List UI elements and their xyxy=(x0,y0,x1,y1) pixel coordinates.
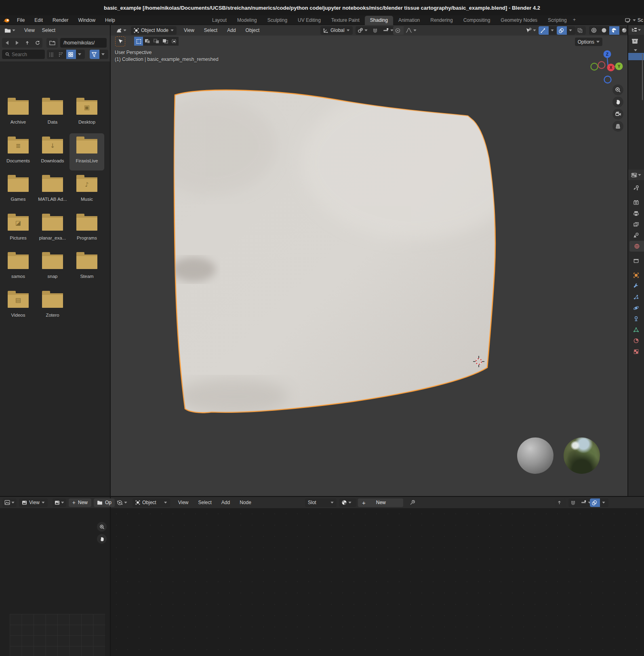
horizontal-list-button[interactable] xyxy=(57,50,66,59)
editor-type-button[interactable] xyxy=(2,498,17,507)
properties-tab-particles[interactable] xyxy=(628,292,644,303)
pan-view-button[interactable] xyxy=(612,97,623,107)
shader-menu[interactable]: Add xyxy=(217,498,235,507)
editor-type-button[interactable] xyxy=(2,26,17,35)
folder-programs[interactable]: Programs xyxy=(69,210,104,248)
overlays-dropdown[interactable] xyxy=(567,26,575,35)
new-material-button[interactable]: + New xyxy=(358,498,403,507)
image-browse-dropdown[interactable] xyxy=(53,498,66,507)
zoom-view-button[interactable] xyxy=(612,84,623,95)
material-preview-shading-button[interactable] xyxy=(609,26,619,35)
file-browser-menu[interactable]: View xyxy=(21,25,38,35)
options-dropdown[interactable]: Options xyxy=(575,38,602,46)
folder-planar-exa[interactable]: planar_exa... xyxy=(35,210,70,248)
toggle-perspective-button[interactable] xyxy=(612,121,623,132)
mode-dropdown[interactable]: Object Mode xyxy=(131,26,177,35)
tab-compositing[interactable]: Compositing xyxy=(458,16,496,25)
outliner-header[interactable] xyxy=(628,25,644,35)
collection-expand-chevron[interactable] xyxy=(634,47,637,53)
folder-firaxislive[interactable]: FiraxisLive xyxy=(69,133,104,170)
folder-snap[interactable]: snap xyxy=(35,249,70,286)
camera-view-button[interactable] xyxy=(612,109,623,120)
properties-tab-material[interactable] xyxy=(628,335,644,346)
create-directory-button[interactable] xyxy=(46,38,58,48)
navigation-gizmo[interactable]: Z X Y xyxy=(575,49,624,86)
folder-steam[interactable]: Steam xyxy=(69,249,104,286)
editor-type-button[interactable] xyxy=(115,498,129,507)
select-invert-button[interactable] xyxy=(161,37,170,46)
properties-tab-render[interactable] xyxy=(628,197,644,208)
tab-geometry-nodes[interactable]: Geometry Nodes xyxy=(495,16,543,25)
tab-rendering[interactable]: Rendering xyxy=(425,16,458,25)
properties-tab-object[interactable] xyxy=(628,270,644,281)
scene-selector[interactable]: Sc xyxy=(625,15,644,25)
thumbnail-view-button[interactable] xyxy=(66,50,76,59)
topbar-menu[interactable]: File xyxy=(12,15,29,25)
shader-node-canvas[interactable] xyxy=(111,508,644,656)
folder-music[interactable]: ♪ Music xyxy=(69,172,104,209)
search-field[interactable] xyxy=(2,50,45,59)
properties-tab-collection[interactable] xyxy=(628,255,644,266)
gizmo-axis-y-neg[interactable] xyxy=(591,63,598,70)
tab-texture-paint[interactable]: Texture Paint xyxy=(326,16,365,25)
properties-tab-output[interactable] xyxy=(628,208,644,219)
zoom-view-button[interactable] xyxy=(97,522,107,532)
properties-header[interactable] xyxy=(628,170,644,180)
add-workspace-button[interactable]: + xyxy=(568,15,581,25)
shader-type-dropdown[interactable]: Object xyxy=(133,498,170,507)
folder-downloads[interactable]: ↓ Downloads xyxy=(35,133,70,170)
properties-tab-constraints[interactable] xyxy=(628,313,644,324)
folder-videos[interactable]: ▤ Videos xyxy=(1,288,36,325)
rendered-shading-button[interactable] xyxy=(619,26,627,35)
wireframe-shading-button[interactable] xyxy=(589,26,599,35)
viewport-menu[interactable]: Add xyxy=(222,25,240,35)
properties-tab-data[interactable] xyxy=(628,324,644,335)
search-input[interactable] xyxy=(12,52,40,57)
viewport-menu[interactable]: View xyxy=(179,25,199,35)
back-button[interactable] xyxy=(2,38,12,48)
folder-pictures[interactable]: ◪ Pictures xyxy=(1,210,36,248)
shader-menu[interactable]: Node xyxy=(235,498,256,507)
folder-data[interactable]: Data xyxy=(35,95,70,132)
folder-zotero[interactable]: Zotero xyxy=(35,288,70,325)
viewport-menu[interactable]: Object xyxy=(241,25,265,35)
select-box-new-button[interactable] xyxy=(134,37,143,46)
active-tool-button[interactable] xyxy=(115,36,125,46)
topbar-menu[interactable]: Render xyxy=(48,15,73,25)
proportional-falloff-dropdown[interactable] xyxy=(404,26,421,35)
tab-sculpting[interactable]: Sculpting xyxy=(262,16,293,25)
properties-tab-world[interactable] xyxy=(629,241,644,252)
vertical-list-button[interactable] xyxy=(47,50,57,59)
select-subtract-button[interactable] xyxy=(152,37,161,46)
new-image-button[interactable]: + New xyxy=(69,498,91,507)
tab-uv-editing[interactable]: UV Editing xyxy=(293,16,326,25)
select-extend-button[interactable] xyxy=(143,37,152,46)
snap-toggle[interactable] xyxy=(568,498,579,507)
properties-tab-tool[interactable] xyxy=(628,183,644,193)
folder-desktop[interactable]: ▣ Desktop xyxy=(69,95,104,132)
gizmo-axis-z[interactable]: Z xyxy=(604,50,611,58)
gizmos-dropdown[interactable] xyxy=(549,26,557,35)
snap-toggle[interactable] xyxy=(370,26,381,35)
path-field[interactable]: /home/nikolas/ xyxy=(60,38,107,48)
select-intersect-button[interactable] xyxy=(170,37,179,46)
editor-type-button[interactable] xyxy=(114,26,128,35)
pin-icon[interactable] xyxy=(410,500,415,505)
show-gizmos-toggle[interactable] xyxy=(539,26,549,35)
topbar-menu[interactable]: Edit xyxy=(29,15,48,25)
filter-settings-dropdown[interactable] xyxy=(99,50,108,59)
open-image-button[interactable]: Op xyxy=(94,498,115,507)
tab-modeling[interactable]: Modeling xyxy=(232,16,262,25)
up-directory-button[interactable] xyxy=(22,38,32,48)
properties-tab-physics[interactable] xyxy=(628,303,644,313)
slot-dropdown[interactable]: Slot xyxy=(305,498,337,507)
mesh-object-selected[interactable] xyxy=(111,25,627,496)
tab-animation[interactable]: Animation xyxy=(393,16,425,25)
topbar-menu[interactable]: Help xyxy=(100,15,120,25)
gizmo-axis-x-neg[interactable] xyxy=(598,62,605,69)
forward-button[interactable] xyxy=(12,38,22,48)
properties-tab-texture[interactable] xyxy=(628,346,644,357)
xray-toggle[interactable] xyxy=(575,26,586,35)
topbar-menu[interactable]: Window xyxy=(73,15,100,25)
properties-tab-modifiers[interactable] xyxy=(628,281,644,292)
